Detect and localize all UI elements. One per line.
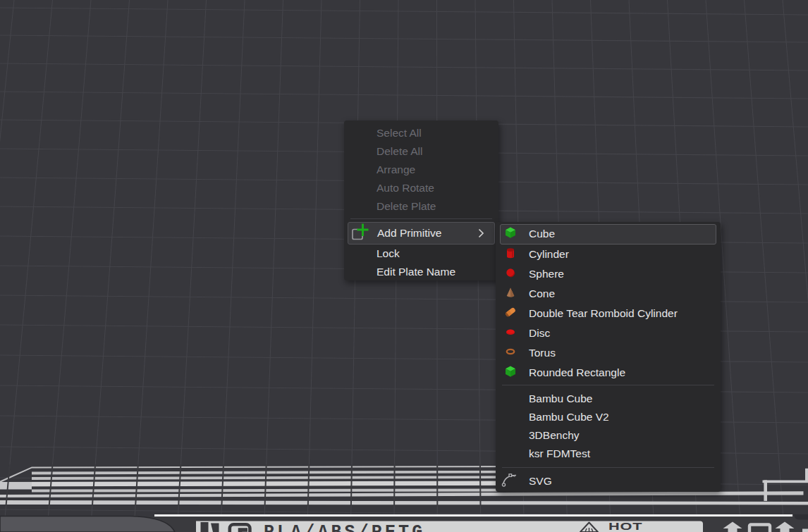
svg-text:HOT: HOT (608, 521, 642, 532)
svg-text:PLA/ABS/PETG: PLA/ABS/PETG (264, 522, 425, 532)
